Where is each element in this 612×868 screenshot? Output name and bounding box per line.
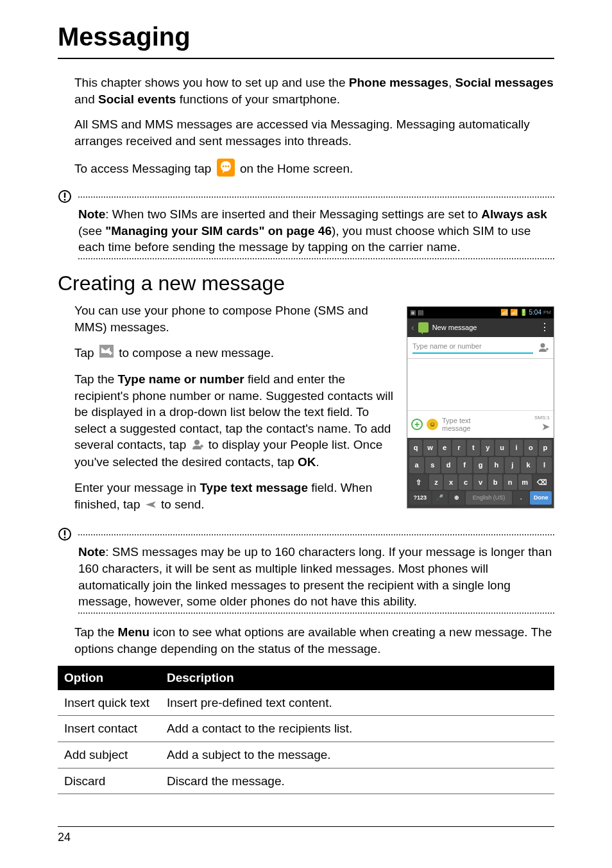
table-row: Discard Discard the message.	[58, 768, 554, 794]
bold: Social messages	[455, 76, 554, 89]
svg-rect-23	[64, 537, 65, 538]
symbols-key[interactable]: ?123	[409, 491, 431, 504]
recipient-input[interactable]: Type name or number	[412, 342, 533, 354]
key[interactable]: l	[537, 457, 552, 473]
soft-keyboard: q w e r t y u i o p a s d f g h j k l ⇧ …	[407, 438, 554, 508]
cell-option: Add subject	[58, 742, 160, 768]
key[interactable]: e	[438, 440, 451, 456]
mic-key[interactable]: 🎤	[432, 491, 448, 504]
svg-point-17	[194, 440, 200, 445]
bold: "Managing your SIM cards" on page 46	[105, 224, 332, 238]
intro-p2: All SMS and MMS messages are accessed vi…	[74, 116, 554, 149]
globe-key[interactable]: ⊕	[449, 491, 464, 504]
svg-point-3	[225, 165, 226, 167]
space-key[interactable]: English (US)	[466, 491, 512, 504]
status-pm: PM	[543, 309, 551, 317]
add-contact-icon[interactable]	[538, 342, 548, 352]
title-rule	[58, 58, 554, 59]
key[interactable]: h	[489, 457, 504, 473]
svg-rect-7	[64, 193, 65, 198]
key[interactable]: q	[409, 440, 422, 456]
text: Tap	[74, 346, 98, 360]
cell-desc: Add a contact to the recipients list.	[160, 716, 554, 742]
intro-p1: This chapter shows you how to set up and…	[74, 74, 554, 107]
menu-icon[interactable]: ⋮	[540, 322, 550, 333]
back-icon[interactable]: ‹	[411, 322, 414, 334]
cell-option: Insert contact	[58, 716, 160, 742]
col-description: Description	[160, 666, 554, 690]
key[interactable]: w	[423, 440, 436, 456]
key[interactable]: n	[504, 474, 517, 490]
table-row: Add subject Add a subject to the message…	[58, 742, 554, 768]
key[interactable]: j	[505, 457, 520, 473]
done-key[interactable]: Done	[530, 491, 552, 504]
table-row: Insert quick text Insert pre-defined tex…	[58, 690, 554, 716]
key[interactable]: p	[539, 440, 552, 456]
key[interactable]: s	[425, 457, 440, 473]
key[interactable]: v	[473, 474, 487, 490]
key[interactable]: x	[444, 474, 457, 490]
key[interactable]: f	[457, 457, 472, 473]
emoji-icon[interactable]: ☺	[427, 419, 438, 430]
period-key[interactable]: .	[513, 491, 529, 504]
compose-input[interactable]: Type text message	[442, 417, 531, 432]
text: to compose a new message.	[119, 346, 274, 360]
status-icons-right: 📶📶🔋 5:04 PM	[500, 308, 551, 317]
note-label: Note	[78, 545, 105, 559]
key[interactable]: y	[481, 440, 494, 456]
cell-desc: Insert pre-defined text content.	[160, 690, 554, 716]
text: This chapter shows you how to set up and…	[74, 76, 349, 89]
text: : SMS messages may be up to 160 characte…	[78, 545, 552, 608]
key[interactable]: b	[488, 474, 502, 490]
svg-rect-11	[547, 348, 548, 351]
key[interactable]: o	[524, 440, 537, 456]
message-body-area	[407, 359, 554, 410]
text: message	[442, 424, 471, 432]
menu-paragraph: Tap the Menu icon to see what options ar…	[74, 624, 554, 657]
note-sim: Note: When two SIMs are inserted and the…	[58, 189, 554, 262]
text: on the Home screen.	[240, 162, 353, 175]
compose-row: + ☺ Type text message SMS:1 ➤	[407, 410, 554, 438]
key[interactable]: k	[521, 457, 536, 473]
key[interactable]: d	[441, 457, 456, 473]
status-icons-left: ▣ ▤	[410, 308, 423, 317]
bold: Social events	[98, 92, 176, 106]
key[interactable]: g	[473, 457, 488, 473]
bold: Type text message	[200, 481, 308, 494]
section-title: Creating a new message	[58, 270, 554, 297]
bold: OK	[298, 455, 316, 469]
bold: Menu	[118, 625, 150, 639]
messaging-app-icon	[217, 159, 235, 181]
intro-p3: To access Messaging tap on the Home scre…	[74, 159, 554, 181]
bold: Phone messages	[349, 76, 448, 89]
key[interactable]: a	[409, 457, 424, 473]
key[interactable]: u	[495, 440, 508, 456]
phone-status-bar: ▣ ▤ 📶📶🔋 5:04 PM	[407, 307, 554, 318]
send-icon[interactable]: ➤	[541, 420, 550, 434]
text: to send.	[161, 498, 205, 511]
key[interactable]: z	[429, 474, 443, 490]
key[interactable]: t	[467, 440, 480, 456]
page-number: 24	[58, 831, 71, 844]
key[interactable]: m	[518, 474, 532, 490]
cell-option: Insert quick text	[58, 690, 160, 716]
svg-point-2	[222, 165, 224, 167]
svg-point-9	[541, 343, 545, 348]
backspace-key[interactable]: ⌫	[533, 474, 552, 490]
cell-desc: Add a subject to the message.	[160, 742, 554, 768]
send-arrow-icon	[146, 497, 156, 514]
text: (see	[78, 224, 105, 238]
cell-option: Discard	[58, 768, 160, 794]
key[interactable]: c	[459, 474, 472, 490]
key[interactable]: i	[510, 440, 523, 456]
text: .	[316, 455, 319, 469]
options-table: Option Description Insert quick text Ins…	[58, 666, 554, 794]
note-text: Note: When two SIMs are inserted and the…	[78, 206, 554, 256]
key[interactable]: r	[452, 440, 465, 456]
alert-icon	[58, 189, 72, 206]
shift-key[interactable]: ⇧	[409, 474, 428, 490]
attach-icon[interactable]: +	[411, 419, 423, 430]
text: Enter your message in	[74, 481, 200, 494]
note-sms-length: Note: SMS messages may be up to 160 char…	[58, 527, 554, 616]
svg-rect-8	[64, 199, 65, 200]
